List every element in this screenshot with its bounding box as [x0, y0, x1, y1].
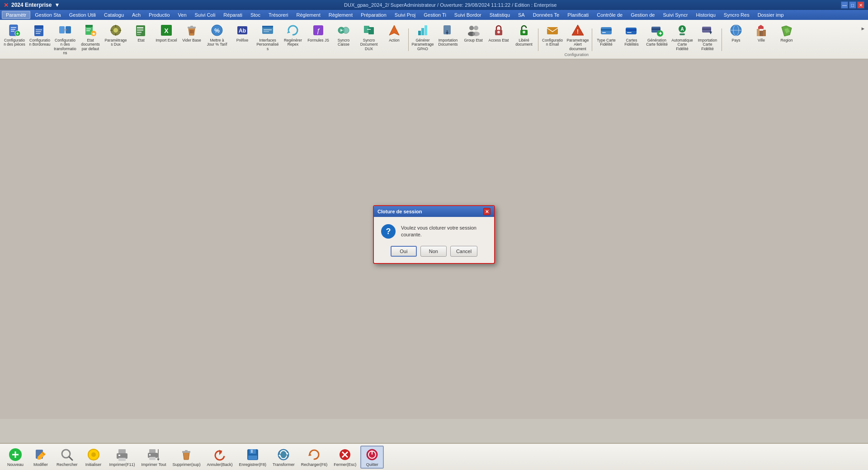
btn-enregistrer[interactable]: Enregistrer(F8) [236, 446, 269, 468]
toolbar-mettre-jour[interactable]: % Mettre à Jour % Tarif [204, 22, 230, 48]
toolbar-ville[interactable]: Ville [749, 22, 774, 44]
menu-item-gestion-ti[interactable]: Gestion Ti [420, 11, 450, 19]
toolbar-interfaces[interactable]: Interfaces Personnalisés [255, 22, 280, 52]
toolbar-config-email[interactable]: Configuration Email [540, 22, 565, 48]
menu-item-gestion-utili[interactable]: Gestion Utili [66, 11, 99, 19]
btn-fermer[interactable]: Fermer(Esc) [331, 446, 359, 468]
svg-rect-55 [425, 25, 427, 35]
region-icon [779, 23, 794, 38]
toolbar-param-alert[interactable]: ! Parametrage Alert document [565, 22, 590, 52]
toolbar-syncro-caisse[interactable]: Syncro Caisse [331, 22, 356, 48]
toolbar-etat-docs[interactable]: ★ Etat documents par defaut [78, 22, 103, 52]
dialog-close-button[interactable]: ✕ [483, 208, 491, 215]
app-logo: ✕ [4, 2, 9, 9]
toolbar-cartes-fidelites[interactable]: Cartes Fidélités [619, 22, 644, 48]
btn-transformer-label: Transformer [273, 462, 295, 467]
maximize-button[interactable]: □ [849, 1, 856, 9]
toolbar-generer-gpao[interactable]: Générer Parametrage GPAO [410, 22, 435, 52]
toolbar-region[interactable]: Region [774, 22, 799, 44]
toolbar-type-carte[interactable]: Type Carte Fidélité [594, 22, 619, 48]
menu-item-suivi-bordor[interactable]: Suivi Bordor [451, 11, 485, 19]
toolbar-vider-base[interactable]: Vider Base [179, 22, 204, 44]
dialog-title: Cloture de session [377, 209, 422, 214]
menu-item-catalogu[interactable]: Catalogu [100, 11, 127, 19]
btn-initialiser[interactable]: Initialiser [82, 446, 105, 468]
toolbar-group-etat[interactable]: Group Etat [461, 22, 486, 44]
toolbar-prefixe[interactable]: Ab Préfixe [230, 22, 255, 44]
btn-imprimer-label: Imprimer(F11) [109, 462, 135, 467]
btn-rechercher-label: Rechercher [57, 462, 78, 467]
etat-docs-icon: ★ [83, 23, 98, 38]
menu-item-parametr[interactable]: Paramètr [2, 11, 30, 19]
menu-item-suivi-coli[interactable]: Suivi Coli [191, 11, 219, 19]
menu-item-dossier-imp[interactable]: Dossier imp [754, 11, 788, 19]
dialog-oui-button[interactable]: Oui [391, 246, 417, 257]
btn-recharger[interactable]: Recharger(F6) [299, 446, 330, 468]
menu-item-sa[interactable]: SA [514, 11, 528, 19]
menu-item-planificati[interactable]: Planificati [564, 11, 592, 19]
dropdown-arrow[interactable]: ▼ [54, 2, 60, 8]
menu-item-ven[interactable]: Ven [175, 11, 190, 19]
btn-modifier[interactable]: Modifier [29, 446, 52, 468]
menu-item-historiqu[interactable]: Historiqu [692, 11, 719, 19]
toolbar-syncro-doc-dux[interactable]: Syncro Document DUX [356, 22, 382, 52]
menu-item-ach[interactable]: Ach [128, 11, 144, 19]
menu-item-tresoreri[interactable]: Trésoreri [265, 11, 292, 19]
btn-nouveau[interactable]: Nouveau [4, 446, 27, 468]
toolbar-regenerer[interactable]: Regénérer Repex [280, 22, 306, 48]
close-button[interactable]: ✕ [857, 1, 864, 9]
dialog-cancel-button[interactable]: Cancel [450, 246, 477, 257]
menu-item-suivi-syncr[interactable]: Suivi Syncr [659, 11, 691, 19]
prefixe-label: Préfixe [236, 38, 248, 42]
toolbar-config-pieces[interactable]: + Configuration des pièces [2, 22, 27, 48]
status-text: DUX_gpao_2024_2/ SuperAdministrateur / O… [344, 2, 557, 8]
btn-annuler[interactable]: Annuler(Back) [204, 446, 235, 468]
dialog-non-button[interactable]: Non [420, 246, 447, 257]
toolbar-action[interactable]: Action [382, 22, 407, 44]
btn-imprimer-tout[interactable]: Imprimer Tout [139, 446, 169, 468]
menu-item-preparation[interactable]: Préparation [357, 11, 390, 19]
toolbar-auto-carte[interactable]: A Automatique Carte Fidélité [670, 22, 695, 52]
svg-marker-83 [709, 32, 712, 34]
toolbar-config-bordoreau[interactable]: Configuration Bordoreau [27, 22, 52, 48]
toolbar-import-excel[interactable]: X Import Excel [154, 22, 179, 44]
minimize-button[interactable]: — [841, 1, 848, 9]
menu-item-statistiqu[interactable]: Statistiqu [486, 11, 514, 19]
btn-imprimer[interactable]: Imprimer(F11) [107, 446, 137, 468]
toolbar-access-etat[interactable]: Access Etat [486, 22, 511, 44]
menu-item-suivi-proj[interactable]: Suivi Proj [391, 11, 419, 19]
menu-item-reglement2[interactable]: Règlement [325, 11, 356, 19]
svg-rect-89 [763, 30, 766, 36]
menu-item-donnees-te[interactable]: Données Te [529, 11, 563, 19]
toolbar-expand[interactable]: ► [860, 22, 866, 35]
btn-supprimer[interactable]: Supprimer(sup) [170, 446, 203, 468]
mettre-jour-icon: % [210, 23, 224, 38]
btn-transformer[interactable]: Transformer [270, 446, 297, 468]
menu-item-reglement1[interactable]: Règlement [293, 11, 324, 19]
ville-label: Ville [758, 38, 765, 42]
toolbar-pays[interactable]: Pays [723, 22, 749, 44]
toolbar-import-carte[interactable]: Importation Carte Fidélité [695, 22, 720, 52]
menu-item-reparati[interactable]: Réparati [220, 11, 246, 19]
toolbar-etat[interactable]: Etat [128, 22, 154, 44]
annuler-icon [212, 447, 227, 462]
toolbar-config-transf[interactable]: Configuration des transformations [52, 22, 78, 56]
toolbar-parametrages-dux[interactable]: Paramètrages Dux [103, 22, 128, 48]
toolbar-gen-carte[interactable]: ✦ Génération Carte fidélité [644, 22, 670, 48]
config-transf-label: Configuration des transformations [54, 38, 76, 55]
menu-item-syncro-res[interactable]: Syncro Res [720, 11, 753, 19]
toolbar-libere-doc[interactable]: Libéré document [511, 22, 537, 48]
svg-text:★: ★ [92, 32, 96, 36]
svg-rect-11 [59, 26, 65, 33]
menu-item-productio[interactable]: Productio [145, 11, 173, 19]
menu-item-stoc[interactable]: Stoc [247, 11, 264, 19]
menu-item-controle-de[interactable]: Contrôle de [593, 11, 626, 19]
toolbar-formules[interactable]: ƒ Formules JS [306, 22, 331, 44]
svg-rect-24 [119, 30, 121, 31]
menu-item-gestion-sta[interactable]: Gestion Sta [31, 11, 64, 19]
menu-item-gestion-de[interactable]: Gestion de [627, 11, 658, 19]
enregistrer-icon [245, 447, 260, 462]
btn-quitter[interactable]: Quitter [360, 446, 384, 469]
btn-rechercher[interactable]: Rechercher [54, 446, 80, 468]
toolbar-importation-docs[interactable]: Importation Documents [435, 22, 461, 48]
